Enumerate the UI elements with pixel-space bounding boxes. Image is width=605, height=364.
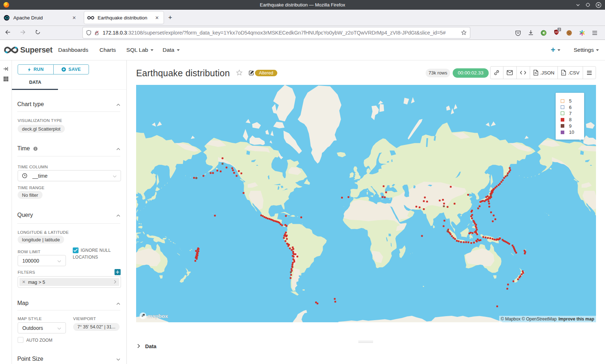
svg-text:x: x xyxy=(563,72,564,74)
svg-text:mapbox: mapbox xyxy=(147,313,168,319)
